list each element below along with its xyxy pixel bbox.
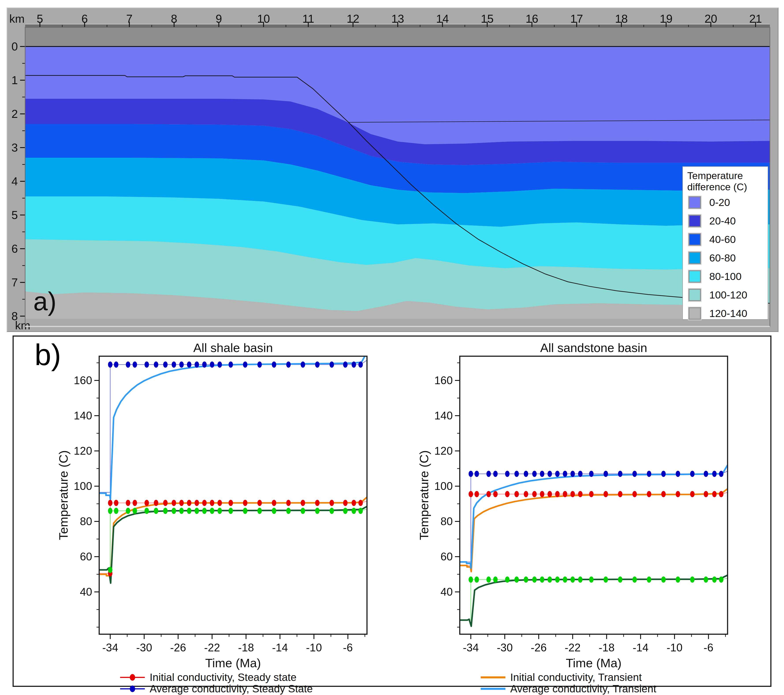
maximum-steady-line-marker xyxy=(524,577,528,583)
depth-label-1: 1 xyxy=(12,74,18,87)
maximum-steady-line-marker xyxy=(540,577,544,583)
initial-steady-line-marker xyxy=(486,491,491,497)
maximum-steady-line-marker xyxy=(563,577,567,583)
initial-steady-line-marker xyxy=(661,491,665,497)
maximum-steady-line-marker xyxy=(647,577,651,583)
initial-steady-line-marker xyxy=(352,500,356,506)
panel-a-label: a) xyxy=(33,287,56,316)
average-steady-line-marker xyxy=(505,471,510,477)
legend-label: 40-60 xyxy=(709,233,736,245)
initial-steady-line-marker xyxy=(301,500,305,506)
average-steady-line-marker xyxy=(514,471,519,477)
temperature-legend: Temperature difference (C) 0-2020-4040-6… xyxy=(682,166,768,320)
depth-label-5: 5 xyxy=(12,209,18,222)
average-steady-line-marker xyxy=(329,361,334,368)
legend-label: 80-100 xyxy=(709,270,741,283)
average-steady-line-marker xyxy=(555,471,560,477)
legend-label: Initial conductivity, Steady state xyxy=(150,672,296,683)
above-surface-strip xyxy=(25,27,770,46)
initial-steady-line-marker xyxy=(210,500,214,506)
initial-steady-line-marker xyxy=(187,500,191,506)
maximum-steady-line-marker xyxy=(719,577,723,583)
maximum-steady-line-marker xyxy=(194,508,199,514)
y-tick-label-40: 40 xyxy=(80,586,92,598)
legend-row-0-20: 0-20 xyxy=(688,193,768,212)
average-steady-line-marker xyxy=(618,471,623,477)
maximum-steady-line-marker xyxy=(532,577,537,583)
legend-swatch xyxy=(688,289,701,301)
average-steady-line-marker xyxy=(540,471,544,477)
initial-steady-line-marker xyxy=(272,500,276,506)
depth-label-3: 3 xyxy=(12,141,18,154)
legend-marker xyxy=(130,685,135,692)
depth-label-7: 7 xyxy=(12,276,18,289)
initial-steady-line-marker xyxy=(532,491,537,497)
y-tick-label-120: 120 xyxy=(74,445,92,457)
maximum-steady-line-marker xyxy=(578,577,583,583)
maximum-steady-line-marker xyxy=(712,577,716,583)
maximum-steady-line-marker xyxy=(133,508,137,514)
initial-transient-line xyxy=(460,489,728,572)
maximum-transient-line xyxy=(99,506,367,583)
average-steady-line-marker xyxy=(486,471,491,477)
charts-panel: b) All shale basin406080100120140160-34-… xyxy=(13,335,771,687)
average-steady-line-marker xyxy=(145,361,149,368)
maximum-steady-line-marker xyxy=(187,508,191,514)
y-tick-label-40: 40 xyxy=(440,586,453,598)
initial-steady-line-marker xyxy=(172,500,176,506)
average-steady-line-marker xyxy=(712,471,716,477)
x-axis-title: Time (Ma) xyxy=(566,656,621,670)
maximum-steady-line-marker xyxy=(358,508,363,514)
initial-steady-line-marker xyxy=(555,491,560,497)
average-steady-line-marker xyxy=(315,361,320,368)
maximum-steady-line-marker xyxy=(493,577,498,583)
ruler-unit-top: km xyxy=(9,12,25,25)
average-steady-line-marker xyxy=(172,361,176,368)
maximum-steady-line-marker xyxy=(474,577,479,583)
figure: km56789101112131415161718192021012345678… xyxy=(0,0,784,695)
y-tick-label-100: 100 xyxy=(74,480,92,492)
depth-label-0: 0 xyxy=(12,40,18,53)
legend-label: Initial conductivity, Transient xyxy=(510,672,642,683)
x-tick-label--14: -14 xyxy=(632,641,649,654)
depth-label-2: 2 xyxy=(12,107,18,120)
x-tick-label--18: -18 xyxy=(599,641,614,654)
maximum-steady-line-marker xyxy=(154,508,158,514)
maximum-steady-line-marker xyxy=(514,577,519,583)
maximum-steady-line-marker xyxy=(469,577,473,583)
legend-title-line2: difference (C) xyxy=(687,182,768,193)
chart-title: All sandstone basin xyxy=(540,342,647,355)
initial-steady-line-marker xyxy=(632,491,637,497)
maximum-steady-line-marker xyxy=(661,577,665,583)
depth-label-6: 6 xyxy=(12,242,18,255)
sandstone-basin-chart: All sandstone basin406080100120140160-34… xyxy=(417,342,752,695)
initial-steady-line-marker xyxy=(704,491,708,497)
legend-swatch xyxy=(688,307,701,320)
initial-steady-line-marker xyxy=(676,491,680,497)
initial-steady-line-marker xyxy=(589,491,594,497)
legend-row-40-60: 40-60 xyxy=(688,230,768,249)
initial-steady-line-marker xyxy=(114,500,119,506)
initial-steady-line-marker xyxy=(154,500,158,506)
legend-title-line1: Temperature xyxy=(687,170,768,182)
average-steady-line-marker xyxy=(474,471,479,477)
maximum-steady-line-marker xyxy=(126,508,130,514)
maximum-steady-line-marker xyxy=(505,577,510,583)
average-steady-line-marker xyxy=(719,471,723,477)
maximum-steady-line-marker xyxy=(163,508,168,514)
average-steady-line-marker xyxy=(108,361,112,368)
average-steady-line-marker xyxy=(603,471,608,477)
legend-marker xyxy=(130,674,135,681)
legend-label: 0-20 xyxy=(709,196,730,209)
average-steady-line-marker xyxy=(257,361,262,368)
chart-frame xyxy=(99,356,367,634)
initial-steady-line-marker xyxy=(194,500,199,506)
shale-basin-chart: All shale basin406080100120140160-34-30-… xyxy=(56,342,391,695)
average-steady-line-marker xyxy=(661,471,665,477)
average-steady-line-marker xyxy=(229,361,233,368)
x-tick-label--14: -14 xyxy=(272,641,288,654)
initial-steady-line-marker xyxy=(243,500,247,506)
maximum-steady-line-marker xyxy=(243,508,247,514)
maximum-transient-line xyxy=(460,575,728,626)
average-steady-line-marker xyxy=(217,361,222,368)
